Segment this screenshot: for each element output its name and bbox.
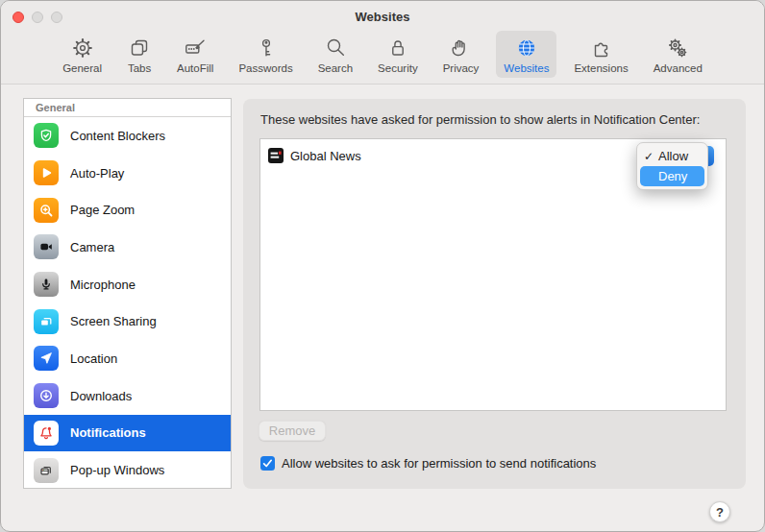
sidebar-item-label: Location [70, 351, 117, 366]
tab-label: AutoFill [177, 62, 213, 74]
websites-sidebar: General Content Blockers Auto-Play Page … [23, 98, 232, 489]
windows-icon [34, 458, 59, 483]
tab-security[interactable]: Security [370, 31, 426, 78]
tab-label: Search [318, 62, 353, 74]
download-circle-icon [34, 383, 59, 408]
site-name: Global News [290, 149, 361, 163]
gear-icon [70, 36, 95, 60]
sidebar-item-popup-windows[interactable]: Pop-up Windows [24, 451, 231, 489]
play-icon [34, 160, 59, 185]
sidebar-item-label: Camera [70, 240, 114, 254]
tab-label: General [62, 62, 102, 74]
pane-description: These websites have asked for permission… [260, 112, 700, 127]
sidebar-item-label: Microphone [70, 278, 136, 292]
tab-search[interactable]: Search [310, 31, 360, 78]
key-icon [254, 36, 279, 60]
autofill-icon [183, 36, 208, 60]
sidebar-item-microphone[interactable]: Microphone [24, 266, 231, 303]
sidebar-item-camera[interactable]: Camera [24, 229, 231, 266]
sidebar-item-content-blockers[interactable]: Content Blockers [24, 117, 231, 155]
menu-item-deny[interactable]: Deny [640, 166, 704, 186]
microphone-icon [34, 272, 59, 297]
menu-item-allow[interactable]: ✓ Allow [640, 146, 704, 166]
checkbox-label: Allow websites to ask for permission to … [282, 456, 596, 471]
lock-icon [385, 36, 410, 60]
tab-label: Security [378, 62, 418, 74]
permission-dropdown-menu: ✓ Allow Deny [636, 142, 708, 190]
global-news-favicon [268, 148, 284, 163]
sidebar-section-header: General [24, 99, 231, 117]
tab-tabs[interactable]: Tabs [119, 31, 160, 78]
hand-icon [448, 36, 473, 60]
tab-label: Passwords [238, 62, 292, 74]
tab-label: Tabs [128, 62, 151, 74]
tabs-icon [127, 36, 152, 60]
sidebar-item-notifications[interactable]: Notifications [24, 415, 231, 452]
window-title: Websites [1, 10, 764, 24]
tab-passwords[interactable]: Passwords [231, 31, 300, 78]
screens-icon [34, 309, 59, 334]
sidebar-item-label: Downloads [70, 389, 132, 403]
globe-icon [514, 36, 539, 60]
sidebar-item-label: Auto-Play [70, 166, 124, 181]
tab-label: Websites [504, 62, 549, 74]
menu-item-label: Allow [658, 149, 688, 163]
camera-icon [34, 234, 59, 259]
ask-permission-row: Allow websites to ask for permission to … [260, 456, 596, 471]
tab-extensions[interactable]: Extensions [566, 31, 635, 78]
safari-preferences-window: Websites General Tabs AutoFill [0, 0, 765, 532]
magnifier-icon [323, 36, 348, 60]
tab-advanced[interactable]: Advanced [646, 31, 710, 78]
tab-label: Extensions [574, 62, 628, 74]
help-button[interactable]: ? [709, 501, 730, 522]
tab-general[interactable]: General [55, 31, 110, 78]
sidebar-item-auto-play[interactable]: Auto-Play [24, 155, 231, 192]
gears-icon [665, 36, 690, 60]
remove-button[interactable]: Remove [259, 421, 326, 441]
sidebar-item-screen-sharing[interactable]: Screen Sharing [24, 302, 231, 340]
bell-icon [34, 421, 59, 446]
menu-item-label: Deny [658, 169, 687, 183]
tab-label: Advanced [654, 62, 703, 74]
shield-check-icon [34, 123, 59, 148]
puzzle-icon [589, 36, 614, 60]
sidebar-item-label: Pop-up Windows [70, 463, 164, 477]
sidebar-item-label: Screen Sharing [70, 314, 157, 328]
sidebar-item-location[interactable]: Location [24, 340, 231, 377]
location-arrow-icon [34, 346, 59, 371]
sidebar-item-label: Notifications [70, 425, 146, 440]
magnifier-plus-icon [34, 198, 59, 223]
tab-privacy[interactable]: Privacy [435, 31, 487, 78]
checkmark-icon: ✓ [644, 150, 656, 163]
preferences-toolbar: General Tabs AutoFill Passwords [1, 31, 764, 78]
window-header: Websites General Tabs AutoFill [1, 1, 764, 85]
sidebar-item-label: Page Zoom [70, 203, 135, 217]
tab-label: Privacy [443, 62, 480, 74]
notifications-pane: These websites have asked for permission… [243, 99, 746, 489]
sidebar-item-page-zoom[interactable]: Page Zoom [24, 191, 231, 229]
sidebar-item-downloads[interactable]: Downloads [24, 377, 231, 415]
sidebar-item-label: Content Blockers [70, 129, 165, 143]
tab-autofill[interactable]: AutoFill [169, 31, 221, 78]
checkbox-checked[interactable] [260, 456, 275, 471]
tab-websites[interactable]: Websites [496, 31, 556, 78]
